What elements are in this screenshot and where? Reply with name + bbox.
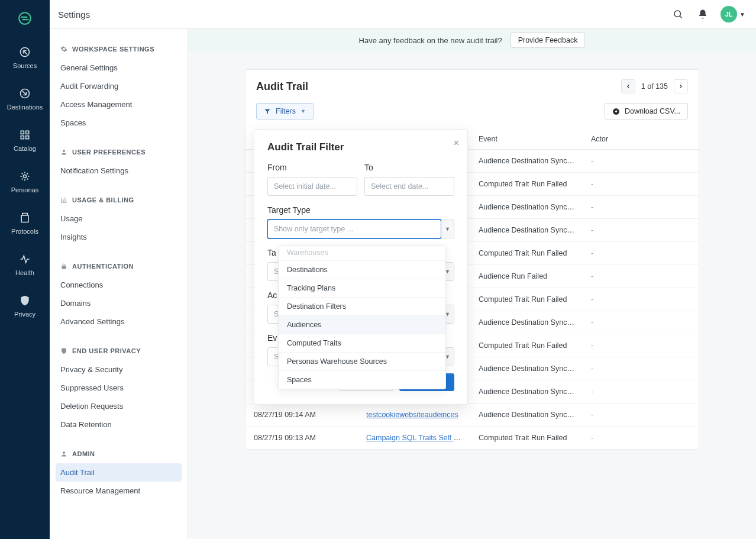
sidebar-section-title: USER PREFERENCES [72, 149, 146, 156]
protocols-icon [18, 211, 31, 224]
rail-item-health[interactable]: Health [7, 253, 43, 276]
rail-item-label: Personas [11, 186, 38, 193]
cell-actor: - [583, 334, 699, 357]
svg-rect-10 [62, 266, 66, 269]
dropdown-option[interactable]: Warehouses [279, 246, 445, 261]
bell-icon[interactable] [697, 8, 709, 20]
svg-point-7 [23, 175, 26, 178]
destinations-icon [18, 87, 31, 100]
from-date-input[interactable]: Select initial date... [267, 177, 357, 196]
svg-point-0 [19, 12, 31, 24]
dropdown-option[interactable]: Destinations [279, 261, 445, 279]
rail-item-label: Sources [13, 62, 37, 69]
sources-icon [18, 46, 31, 59]
cell-actor: - [583, 404, 699, 427]
caret-down-icon: ▼ [301, 108, 306, 114]
target-link[interactable]: Campaign SQL Traits Self Servi... [366, 434, 470, 442]
cell-actor: - [583, 173, 699, 196]
to-date-input[interactable]: Select end date... [364, 177, 454, 196]
sidebar-item-suppressed-users[interactable]: Suppressed Users [56, 379, 182, 397]
sidebar-item-data-retention[interactable]: Data Retention [56, 415, 182, 434]
sidebar-section-title: USAGE & BILLING [72, 196, 134, 204]
card-title: Audit Trail [256, 80, 308, 93]
personas-icon [18, 170, 31, 183]
svg-rect-4 [26, 131, 29, 134]
cell-event: Audience Destination Sync Fail... [470, 219, 583, 242]
filters-button[interactable]: Filters ▼ [256, 103, 314, 120]
sidebar-section-admin: ADMIN [56, 446, 182, 463]
sidebar-item-privacy-security[interactable]: Privacy & Security [56, 360, 182, 379]
rail-item-personas[interactable]: Personas [7, 170, 43, 193]
cell-actor: - [583, 380, 699, 404]
rail-item-label: Catalog [14, 145, 36, 152]
dropdown-option[interactable]: Personas Warehouse Sources [279, 353, 445, 371]
cell-target: Campaign SQL Traits Self Servi... [358, 427, 470, 450]
rail-item-label: Privacy [14, 311, 35, 318]
svg-rect-3 [21, 131, 24, 134]
settings-sidebar: WORKSPACE SETTINGSGeneral SettingsAudit … [50, 29, 188, 539]
sidebar-section-title: AUTHENTICATION [72, 263, 134, 270]
dropdown-option[interactable]: Spaces [279, 371, 445, 389]
rail-item-destinations[interactable]: Destinations [7, 87, 43, 111]
rail-item-protocols[interactable]: Protocols [7, 211, 43, 235]
sidebar-item-spaces[interactable]: Spaces [56, 114, 182, 132]
chart-icon [60, 196, 67, 204]
pager-prev-button[interactable] [621, 79, 635, 93]
sidebar-item-insights[interactable]: Insights [56, 228, 182, 246]
catalog-icon [18, 128, 31, 141]
user-icon [60, 149, 67, 156]
sidebar-item-advanced-settings[interactable]: Advanced Settings [56, 312, 182, 331]
sidebar-item-audit-forwarding[interactable]: Audit Forwarding [56, 77, 182, 95]
dropdown-option[interactable]: Computed Traits [279, 334, 445, 353]
sidebar-item-access-management[interactable]: Access Management [56, 95, 182, 114]
avatar-caret-icon[interactable]: ▼ [739, 11, 745, 18]
sidebar-item-domains[interactable]: Domains [56, 294, 182, 312]
download-csv-button[interactable]: Download CSV... [605, 103, 688, 120]
sidebar-section-userprefs: USER PREFERENCES [56, 144, 182, 162]
feedback-message: Have any feedback on the new audit trail… [359, 36, 502, 45]
dropdown-option[interactable]: Destination Filters [279, 298, 445, 316]
cell-actor: - [583, 150, 699, 173]
svg-point-11 [63, 451, 65, 454]
lock-icon [60, 263, 67, 270]
sidebar-item-connections[interactable]: Connections [56, 276, 182, 294]
cell-event: Audience Destination Sync Fail... [470, 150, 583, 173]
sidebar-section-workspace: WORKSPACE SETTINGS [56, 41, 182, 59]
pager-count: 1 of 135 [641, 82, 668, 91]
target-type-select[interactable]: Show only target type ... [267, 220, 441, 238]
target-link[interactable]: testcookiewebsiteaudeinces [366, 411, 458, 419]
cell-event: Computed Trait Run Failed [470, 242, 583, 265]
avatar[interactable]: JL [721, 6, 737, 22]
sidebar-section-title: END USER PRIVACY [72, 347, 141, 354]
nav-rail: SourcesDestinationsCatalogPersonasProtoc… [0, 0, 50, 539]
dropdown-option[interactable]: Tracking Plans [279, 279, 445, 298]
sidebar-item-audit-trail[interactable]: Audit Trail [56, 463, 182, 482]
sidebar-item-notification-settings[interactable]: Notification Settings [56, 162, 182, 180]
person-icon [60, 450, 67, 457]
target-type-caret[interactable]: ▼ [441, 220, 454, 238]
search-icon[interactable] [672, 8, 684, 20]
cell-time: 08/27/19 09:13 AM [245, 427, 358, 450]
rail-item-privacy[interactable]: Privacy [7, 294, 43, 318]
cell-time: 08/27/19 09:14 AM [245, 404, 358, 427]
sidebar-section-usage: USAGE & BILLING [56, 192, 182, 209]
cell-event: Audience Destination Sync Fail... [470, 357, 583, 380]
sidebar-section-auth: AUTHENTICATION [56, 258, 182, 276]
dropdown-option[interactable]: Audiences [279, 316, 445, 334]
table-row: 08/27/19 09:14 AMtestcookiewebsiteaudein… [245, 404, 699, 427]
topbar: Settings JL ▼ [50, 0, 756, 29]
sidebar-item-deletion-requests[interactable]: Deletion Requests [56, 397, 182, 415]
target-type-label: Target Type [267, 205, 454, 215]
pager-next-button[interactable] [674, 79, 688, 93]
download-icon [612, 108, 620, 115]
rail-item-catalog[interactable]: Catalog [7, 128, 43, 152]
cell-actor: - [583, 288, 699, 311]
cell-event: Computed Trait Run Failed [470, 334, 583, 357]
sidebar-item-resource-management[interactable]: Resource Management [56, 482, 182, 500]
rail-item-sources[interactable]: Sources [7, 46, 43, 69]
svg-point-9 [63, 150, 65, 152]
sidebar-item-general-settings[interactable]: General Settings [56, 59, 182, 77]
sidebar-item-usage[interactable]: Usage [56, 209, 182, 228]
close-icon[interactable]: × [454, 138, 459, 149]
provide-feedback-button[interactable]: Provide Feedback [511, 33, 586, 48]
